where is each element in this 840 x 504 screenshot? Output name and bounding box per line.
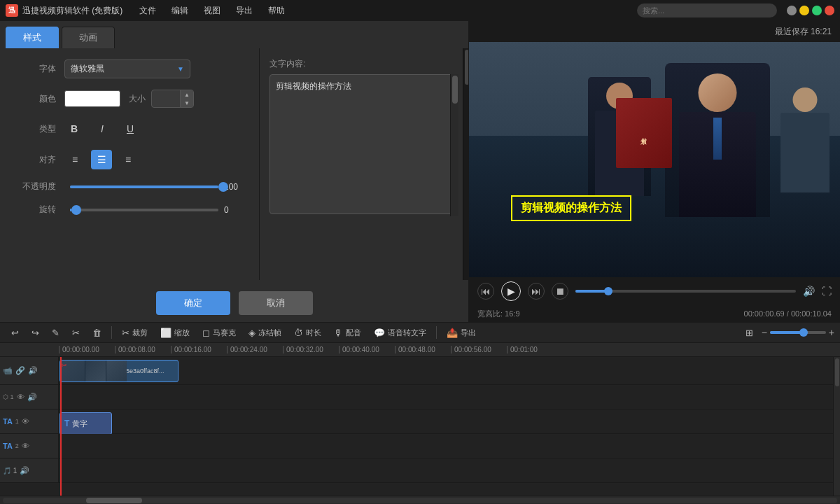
search-input[interactable] <box>643 6 771 15</box>
opacity-track[interactable] <box>70 186 218 188</box>
play-button[interactable]: ▶ <box>501 281 521 301</box>
menu-edit[interactable]: 编辑 <box>164 2 195 20</box>
zoom-thumb[interactable] <box>799 328 808 337</box>
video-clip[interactable]: ✂ 13e8a4b0125e3a0ffac8f... <box>59 360 178 382</box>
scroll-track[interactable] <box>3 498 837 503</box>
size-up-arrow[interactable]: ▲ <box>181 90 193 99</box>
mosaic-icon: ◻ <box>202 328 210 338</box>
color-label: 颜色 <box>14 93 56 105</box>
font-selector[interactable]: 微软雅黑 ▼ <box>64 59 190 78</box>
audio-track-icon[interactable]: 🔊 <box>20 466 29 475</box>
maximize-button[interactable]: □ <box>812 6 822 15</box>
tool-mosaic[interactable]: ◻ 马赛克 <box>197 325 241 341</box>
progress-thumb[interactable] <box>604 287 612 295</box>
align-right-button[interactable]: ≡ <box>118 150 139 169</box>
video-track-icon: 📹 <box>3 366 13 375</box>
size-label: 大小 <box>129 93 146 105</box>
rotate-slider[interactable]: 0 <box>64 205 245 215</box>
text-track-content-2 <box>59 434 840 458</box>
text-scrollbar[interactable] <box>450 74 458 216</box>
ruler-mark-7: 00:00:56.00 <box>451 346 507 354</box>
color-picker[interactable] <box>64 90 120 107</box>
minimize-button[interactable]: — <box>799 6 809 15</box>
underline-button[interactable]: U <box>120 119 140 139</box>
text-track-controls-1: TA 1 👁 <box>0 410 59 433</box>
volume-icon[interactable]: 🔊 <box>803 286 815 297</box>
playhead[interactable] <box>60 357 62 496</box>
tab-bar: 样式 动画 <box>0 21 468 48</box>
video-placeholder: YOUKU ▶ <box>469 42 840 277</box>
opacity-slider[interactable]: 100 <box>64 182 245 192</box>
ruler-mark-2: 00:00:16.00 <box>171 346 227 354</box>
tool-layout[interactable]: ⊞ <box>740 325 759 341</box>
tool-delete[interactable]: 🗑 <box>87 325 107 341</box>
text-content-input[interactable]: 剪辑视频的操作方法 <box>270 74 455 214</box>
toolbar-separator-1 <box>111 326 112 339</box>
titlebar: 迅 迅捷视频剪辑软件 (免费版) 文件 编辑 视图 导出 帮助 ⬛ — □ ✕ <box>0 0 840 21</box>
size-input[interactable]: 19 <box>152 91 180 106</box>
close-button[interactable]: ✕ <box>825 6 834 15</box>
rotate-thumb[interactable] <box>71 205 81 215</box>
size-control: 大小 19 ▲ ▼ <box>129 90 194 108</box>
restore-button[interactable]: ⬛ <box>787 6 797 15</box>
tracks-scrollbar-thumb[interactable] <box>835 358 839 386</box>
text-eye-icon-2[interactable]: 👁 <box>22 442 29 450</box>
menu-view[interactable]: 视图 <box>197 2 227 20</box>
app-icon: 迅 <box>6 4 18 17</box>
tool-edit[interactable]: ✎ <box>46 325 65 341</box>
tab-animation[interactable]: 动画 <box>62 27 115 48</box>
tool-duration[interactable]: ⏱ 时长 <box>288 325 327 341</box>
tool-undo[interactable]: ↩ <box>6 325 24 341</box>
tool-export[interactable]: 📤 导出 <box>441 325 482 341</box>
audio-mute-icon[interactable]: 🔊 <box>28 366 38 375</box>
italic-button[interactable]: I <box>92 119 112 139</box>
tracks-scrollbar[interactable] <box>833 357 840 496</box>
effect-track-content <box>59 385 840 409</box>
bold-button[interactable]: B <box>64 119 84 139</box>
cut-icon: ✂ <box>72 328 80 338</box>
tool-scale[interactable]: ⬜ 缩放 <box>155 325 195 341</box>
menu-file[interactable]: 文件 <box>132 2 163 20</box>
scale-icon: ⬜ <box>160 328 172 338</box>
size-arrows: ▲ ▼ <box>180 90 193 107</box>
mosaic-label: 马赛克 <box>213 328 236 338</box>
align-left-button[interactable]: ≡ <box>64 150 85 169</box>
text-track-ta-1: TA <box>3 417 13 426</box>
tool-redo[interactable]: ↪ <box>26 325 45 341</box>
tool-dubbing[interactable]: 🎙 配音 <box>328 325 367 341</box>
tab-style[interactable]: 样式 <box>6 27 59 48</box>
size-down-arrow[interactable]: ▼ <box>181 99 193 107</box>
text-track-ta-2: TA <box>3 442 13 450</box>
link-icon[interactable]: 🔗 <box>15 366 25 375</box>
zoom-track[interactable] <box>770 331 826 334</box>
zoom-in-button[interactable]: + <box>829 327 834 338</box>
align-center-button[interactable]: ☰ <box>91 150 112 169</box>
effect-eye-icon[interactable]: 👁 <box>17 393 24 401</box>
speech-icon: 💬 <box>374 328 385 338</box>
left-panel-scrollbar-thumb[interactable] <box>465 50 469 85</box>
stop-button[interactable]: ⏹ <box>552 283 568 300</box>
tool-cut[interactable]: ✂ <box>66 325 85 341</box>
scroll-thumb[interactable] <box>86 498 142 503</box>
tool-crop[interactable]: ✂ 裁剪 <box>116 325 153 341</box>
freeze-icon: ◈ <box>248 328 255 338</box>
confirm-button[interactable]: 确定 <box>156 291 230 315</box>
rotate-track[interactable] <box>70 209 218 211</box>
search-bar[interactable] <box>637 4 777 18</box>
text-scrollbar-thumb[interactable] <box>452 76 458 104</box>
opacity-thumb[interactable] <box>218 182 228 192</box>
tool-speech[interactable]: 💬 语音转文字 <box>368 325 432 341</box>
progress-bar[interactable] <box>575 290 796 293</box>
menu-help[interactable]: 帮助 <box>261 2 292 20</box>
cancel-button[interactable]: 取消 <box>239 291 313 315</box>
prev-frame-button[interactable]: ⏮ <box>477 283 494 300</box>
tool-freeze[interactable]: ◈ 冻结帧 <box>243 325 287 341</box>
zoom-out-button[interactable]: − <box>762 327 767 338</box>
text-eye-icon-1[interactable]: 👁 <box>22 417 29 426</box>
menu-export[interactable]: 导出 <box>229 2 260 20</box>
next-frame-button[interactable]: ⏭ <box>528 283 545 300</box>
text-clip-1[interactable]: T 黄字 <box>59 412 112 435</box>
effect-audio-icon[interactable]: 🔊 <box>27 393 37 402</box>
left-panel-scrollbar[interactable] <box>463 48 468 280</box>
fullscreen-icon[interactable]: ⛶ <box>822 286 832 297</box>
